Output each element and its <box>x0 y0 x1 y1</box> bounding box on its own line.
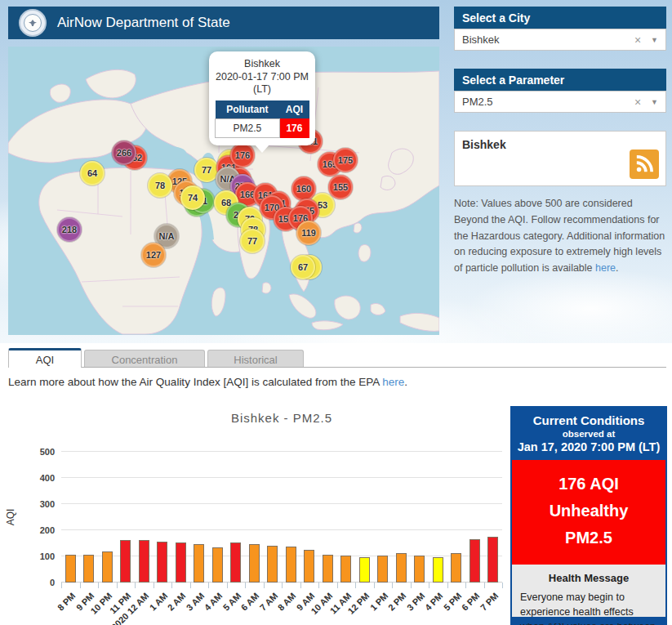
chart-bar[interactable] <box>433 557 443 583</box>
learn-more-here-link[interactable]: here <box>382 376 404 388</box>
map-marker[interactable]: 67 <box>291 255 315 279</box>
x-tick <box>282 583 283 588</box>
chart-bar[interactable] <box>102 551 113 583</box>
x-tick <box>98 583 99 588</box>
x-tick <box>171 583 172 588</box>
current-conditions-panel: Current Conditions observed at Jan 17, 2… <box>510 406 667 625</box>
observed-at-datetime: Jan 17, 2020 7:00 PM (LT) <box>515 440 662 453</box>
department-of-state-seal-icon <box>19 9 47 37</box>
chart-bar[interactable] <box>286 547 296 583</box>
tab-aqi[interactable]: AQI <box>8 348 82 368</box>
x-tick <box>355 583 356 588</box>
clear-icon[interactable]: × <box>634 96 641 109</box>
chart-bar[interactable] <box>139 540 149 583</box>
map-marker[interactable]: 175 <box>333 148 358 172</box>
y-tick-label: 100 <box>19 551 55 561</box>
current-conditions-title: Current Conditions <box>515 413 662 427</box>
aqi-note: Note: Values above 500 are considered Be… <box>454 196 666 277</box>
current-aqi-pollutant: PM2.5 <box>512 525 665 551</box>
select-parameter-header: Select a Parameter <box>454 69 666 91</box>
y-tick-label: 200 <box>19 525 55 535</box>
chart-bar[interactable] <box>157 542 167 583</box>
y-tick-label: 400 <box>19 473 55 483</box>
sky-background: AirNow Department of State <box>0 0 672 343</box>
chart-title: Bishkek - PM2.5 <box>61 411 502 425</box>
x-tick <box>337 583 338 588</box>
tab-historical[interactable]: Historical <box>207 350 304 367</box>
chart-bar[interactable] <box>377 556 388 583</box>
chart-bar[interactable] <box>194 544 204 583</box>
x-tick <box>190 583 191 588</box>
parameter-select[interactable]: PM2.5 × ▼ <box>454 91 666 113</box>
x-tick <box>392 583 393 588</box>
x-tick <box>465 583 466 588</box>
sidebar: Select a City Bishkek × ▼ Select a Param… <box>454 7 666 277</box>
chart-bar[interactable] <box>120 540 131 583</box>
chart-bar[interactable] <box>65 555 76 583</box>
x-tick <box>61 583 62 588</box>
popup-city: Bishkek <box>215 58 309 71</box>
x-tick <box>117 583 118 588</box>
chart-bar[interactable] <box>359 557 370 583</box>
aqi-bar-chart: Bishkek - PM2.5 AQI 0100200300400500 8 P… <box>0 400 506 625</box>
x-tick <box>502 583 503 588</box>
chart-bar[interactable] <box>323 555 333 583</box>
current-aqi-value: 176 AQI <box>512 471 665 498</box>
chart-bar[interactable] <box>396 553 407 583</box>
y-tick-label: 0 <box>19 578 55 587</box>
app-header: AirNow Department of State <box>8 7 439 39</box>
parameter-select-value: PM2.5 <box>462 96 634 108</box>
clear-icon[interactable]: × <box>634 33 641 47</box>
map-marker[interactable]: 176 <box>230 143 255 167</box>
y-axis-label: AQI <box>5 509 16 526</box>
popup-pollutant-value: PM2.5 <box>216 118 280 137</box>
popup-datetime: 2020-01-17 7:00 PM (LT) <box>215 71 309 96</box>
tab-concentration[interactable]: Concentration <box>84 350 205 367</box>
learn-more-suffix: . <box>404 376 407 388</box>
map-marker[interactable]: 64 <box>80 161 105 185</box>
x-tick <box>374 583 375 588</box>
panel-footer-bar <box>512 617 665 623</box>
health-message: Health Message Everyone may begin to exp… <box>512 565 665 625</box>
map-marker[interactable]: 127 <box>141 243 166 267</box>
city-feed-box: Bishkek <box>454 131 666 186</box>
x-tick <box>484 583 485 588</box>
x-tick <box>154 583 154 588</box>
chart-bar[interactable] <box>83 555 94 583</box>
rss-feed-icon[interactable] <box>630 150 659 179</box>
x-tick <box>264 583 265 588</box>
chart-bar[interactable] <box>487 537 498 583</box>
x-tick <box>135 583 136 588</box>
chart-bar[interactable] <box>470 539 480 583</box>
map-marker[interactable]: 74 <box>180 185 205 210</box>
world-map[interactable]: 1522666412578111314174218N/A127779316117… <box>8 47 439 335</box>
chart-bar[interactable] <box>451 553 461 583</box>
x-tick <box>429 583 429 588</box>
map-marker[interactable]: 266 <box>112 141 136 165</box>
map-marker[interactable]: 78 <box>148 173 172 198</box>
chart-bar[interactable] <box>304 550 314 583</box>
x-tick <box>411 583 412 588</box>
map-marker[interactable]: 218 <box>57 217 82 242</box>
chart-bar[interactable] <box>414 556 425 583</box>
chevron-down-icon[interactable]: ▼ <box>651 36 658 44</box>
city-select[interactable]: Bishkek × ▼ <box>454 29 666 51</box>
learn-more-text: Learn more about how the Air Quality Ind… <box>8 376 407 388</box>
popup-pollutant-header: Pollutant <box>216 100 280 119</box>
map-marker[interactable]: 77 <box>240 229 265 253</box>
map-marker[interactable]: 155 <box>328 175 353 199</box>
note-here-link[interactable]: here <box>595 262 616 274</box>
map-marker[interactable]: 119 <box>296 221 321 245</box>
x-tick <box>227 583 228 588</box>
chart-bar[interactable] <box>249 544 260 583</box>
chart-bar[interactable] <box>340 556 351 583</box>
chart-bar[interactable] <box>230 542 241 583</box>
chevron-down-icon[interactable]: ▼ <box>651 98 658 106</box>
popup-aqi-header: AQI <box>279 100 309 119</box>
note-suffix: . <box>616 262 618 274</box>
city-select-value: Bishkek <box>462 33 634 46</box>
chart-bar[interactable] <box>212 547 223 583</box>
learn-more-body: Learn more about how the Air Quality Ind… <box>8 376 382 388</box>
chart-bar[interactable] <box>267 546 278 583</box>
chart-bar[interactable] <box>176 542 186 583</box>
